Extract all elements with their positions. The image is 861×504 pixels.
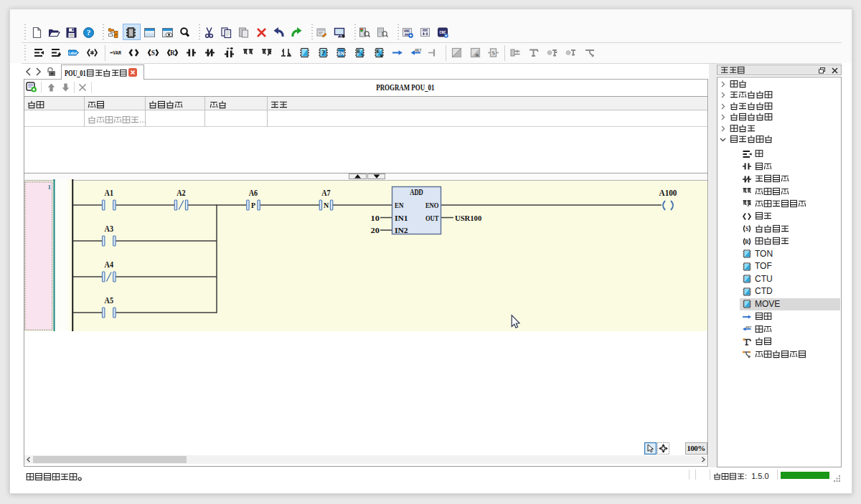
svg-text:EN: EN <box>338 51 344 56</box>
svg-text:IN2: IN2 <box>395 226 408 234</box>
svg-text:S: S <box>745 226 748 232</box>
svg-text:x: x <box>380 53 382 58</box>
svg-text:20: 20 <box>371 226 380 234</box>
svg-text:ADD: ADD <box>410 188 423 196</box>
svg-text:A7: A7 <box>321 189 331 197</box>
svg-text:A2: A2 <box>177 189 186 197</box>
svg-text:?: ? <box>361 53 364 57</box>
svg-text:P: P <box>251 201 255 209</box>
svg-text:OUT: OUT <box>425 214 439 222</box>
svg-text:A6: A6 <box>249 189 258 197</box>
svg-text:S: S <box>491 49 495 57</box>
svg-text:10: 10 <box>371 214 380 222</box>
svg-text:S: S <box>151 49 154 57</box>
svg-text:?: ? <box>87 28 91 37</box>
svg-text:RET: RET <box>746 326 752 329</box>
svg-text:VAR: VAR <box>113 51 121 56</box>
svg-text:IN1: IN1 <box>395 214 408 222</box>
svg-text:A1: A1 <box>105 189 114 197</box>
svg-text:A4: A4 <box>105 260 114 269</box>
svg-text:EN: EN <box>395 201 403 209</box>
svg-text:R: R <box>745 238 749 244</box>
svg-text:KNC: KNC <box>404 29 410 33</box>
svg-text:Label: Label <box>68 52 77 55</box>
svg-text:1: 1 <box>48 184 52 191</box>
svg-text:RET: RET <box>415 49 421 52</box>
svg-text:?: ? <box>321 49 325 57</box>
svg-text:ENO: ENO <box>425 201 439 209</box>
svg-text:USR100: USR100 <box>455 214 482 222</box>
svg-text:A100: A100 <box>659 189 677 197</box>
svg-text:N: N <box>475 53 478 57</box>
svg-text:A5: A5 <box>105 296 114 305</box>
svg-text:A3: A3 <box>105 224 114 233</box>
svg-text:R: R <box>170 49 175 57</box>
svg-text:N: N <box>324 201 329 209</box>
